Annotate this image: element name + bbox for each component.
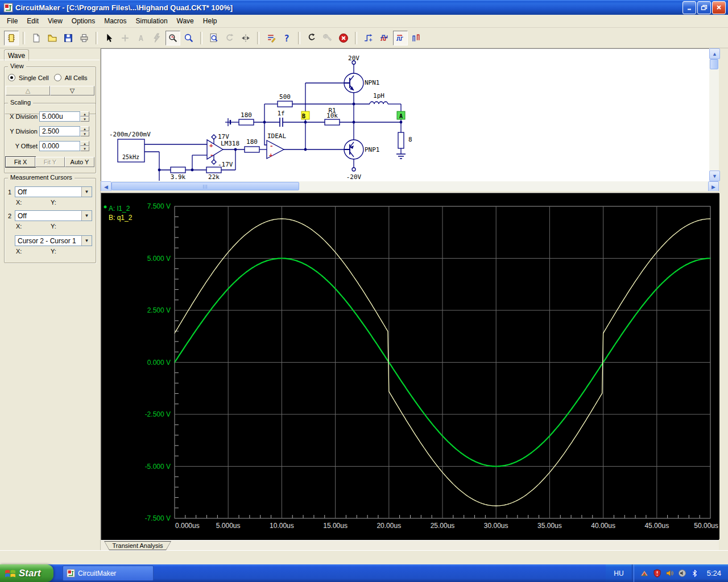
- cell-down-button[interactable]: ▽: [50, 86, 94, 95]
- graphics-utility-icon[interactable]: [640, 569, 650, 578]
- cursor-diff-y-label: Y:: [51, 248, 56, 255]
- resistor-180-mid[interactable]: [245, 147, 259, 152]
- reset-icon[interactable]: [304, 31, 319, 45]
- bluetooth-icon[interactable]: [690, 569, 700, 578]
- menu-item-options[interactable]: Options: [67, 16, 100, 26]
- terminal-neg20v[interactable]: [352, 168, 355, 171]
- security-shield-icon[interactable]: [653, 569, 662, 578]
- menu-item-wave[interactable]: Wave: [172, 16, 198, 26]
- start-label: Start: [19, 568, 41, 579]
- save-icon[interactable]: [61, 31, 76, 45]
- open-file-icon[interactable]: [45, 31, 60, 45]
- resistor-3.9k[interactable]: [171, 167, 185, 173]
- auto-y-button[interactable]: Auto Y: [65, 157, 94, 167]
- app-icon: [3, 3, 13, 13]
- scroll-down-icon[interactable]: ▼: [709, 171, 720, 181]
- y-offset-field[interactable]: 0.000: [39, 141, 80, 151]
- restore-button[interactable]: [697, 1, 711, 14]
- menu-item-view[interactable]: View: [43, 16, 67, 26]
- volume-icon[interactable]: [665, 569, 675, 578]
- y-division-field[interactable]: 2.500: [39, 126, 80, 136]
- cell-up-button[interactable]: △: [6, 86, 50, 95]
- new-file-icon[interactable]: [29, 31, 44, 45]
- menu-item-help[interactable]: Help: [198, 16, 222, 26]
- rotate-icon[interactable]: [222, 31, 237, 45]
- start-button[interactable]: Start: [0, 564, 53, 582]
- arrow-tool-icon[interactable]: [102, 31, 117, 45]
- cursor2-select[interactable]: Off ▼: [15, 210, 92, 221]
- fit-x-button[interactable]: Fit X: [6, 157, 35, 167]
- waveform-plot[interactable]: 7.500 V5.000 V2.500 V0.000 V-2.500 V-5.0…: [101, 193, 719, 539]
- digital-analysis-icon[interactable]: [377, 31, 392, 45]
- schematic-canvas[interactable]: 20V NPN1 500 1pH 180 1f R1 10k 8 PNP1 -2…: [101, 49, 709, 181]
- tab-transient-analysis[interactable]: Transient Analysis: [104, 541, 171, 550]
- terminal-17v[interactable]: [212, 135, 216, 139]
- resistor-500[interactable]: [278, 101, 292, 107]
- y-tick-label: 5.000 V: [147, 254, 171, 262]
- cursor1-y-label: Y:: [51, 199, 56, 206]
- horizontal-scroll-thumb[interactable]: [111, 182, 299, 190]
- menu-item-edit[interactable]: Edit: [22, 16, 43, 26]
- chevron-down-icon[interactable]: ▼: [81, 211, 92, 221]
- wrench-icon[interactable]: [320, 31, 335, 45]
- vertical-scroll-thumb[interactable]: [710, 59, 718, 69]
- transient-analysis-icon[interactable]: [393, 31, 408, 45]
- schematic-vertical-scrollbar[interactable]: ▲ ▼: [709, 48, 719, 181]
- schematic-horizontal-scrollbar[interactable]: ◀ ▶: [101, 181, 719, 191]
- terminal-neg17v[interactable]: [212, 160, 216, 164]
- mixed-signal-icon[interactable]: [409, 31, 424, 45]
- delete-tool-icon[interactable]: [150, 31, 164, 45]
- minimize-button[interactable]: [682, 1, 696, 14]
- chevron-down-icon[interactable]: ▼: [81, 236, 92, 246]
- zoom-area-icon[interactable]: [206, 31, 221, 45]
- schematic-viewport[interactable]: 20V NPN1 500 1pH 180 1f R1 10k 8 PNP1 -2…: [101, 48, 709, 181]
- resistor-180-top[interactable]: [239, 119, 254, 125]
- all-cells-radio[interactable]: [54, 74, 61, 81]
- wire-tool-icon[interactable]: [118, 31, 133, 45]
- fit-y-button[interactable]: Fit Y: [35, 157, 65, 167]
- svg-text:+: +: [209, 142, 213, 149]
- x-division-field[interactable]: 5.000u: [39, 111, 80, 122]
- svg-text:LM318: LM318: [221, 140, 239, 147]
- cursor-diff-select[interactable]: Cursor 2 - Cursor 1 ▼: [15, 235, 92, 246]
- main-body: Wave View Single Cell All Cells △ ▽ Scal…: [0, 48, 728, 550]
- stop-icon[interactable]: [336, 31, 351, 45]
- menu-item-simulation[interactable]: Simulation: [131, 16, 172, 26]
- chevron-down-icon[interactable]: ▼: [81, 187, 92, 197]
- y-offset-spinner[interactable]: ▲▼: [80, 141, 89, 151]
- legend-bullet: [104, 205, 107, 208]
- zoom-tool-icon[interactable]: [181, 31, 196, 45]
- y-tick-label: 0.000 V: [147, 358, 171, 366]
- x-division-spinner[interactable]: ▲▼: [80, 111, 89, 122]
- menu-item-file[interactable]: File: [2, 16, 22, 26]
- y-tick-label: 7.500 V: [147, 202, 171, 210]
- parts-bin-icon[interactable]: [4, 31, 19, 45]
- text-tool-icon[interactable]: A: [134, 31, 148, 45]
- svg-text:NPN1: NPN1: [365, 79, 380, 86]
- cursor-diff-x-label: X:: [16, 248, 51, 255]
- simulation-setup-icon[interactable]: [263, 31, 278, 45]
- probe-tool-icon[interactable]: [166, 31, 180, 45]
- tab-wave[interactable]: Wave: [4, 49, 29, 61]
- help-icon[interactable]: ?: [279, 31, 294, 45]
- print-icon[interactable]: [77, 31, 92, 45]
- scaling-group: Scaling X Division 5.000u ▲▼ Y Division …: [4, 103, 96, 173]
- close-button[interactable]: [712, 1, 726, 14]
- operating-point-icon[interactable]: [361, 31, 376, 45]
- language-indicator[interactable]: HU: [606, 569, 631, 577]
- y-division-spinner[interactable]: ▲▼: [80, 126, 89, 136]
- toolbar-separator: [298, 32, 300, 44]
- cursor1-select[interactable]: Off ▼: [15, 186, 92, 197]
- single-cell-radio[interactable]: [8, 74, 15, 81]
- resistor-r1[interactable]: [325, 119, 340, 125]
- cursors-group: Measurement Cursors 1 Off ▼ X: Y: 2 Off: [4, 178, 96, 263]
- taskbar: Start CircuitMaker HU 5:24: [0, 564, 728, 582]
- waveform-pane: 7.500 V5.000 V2.500 V0.000 V-2.500 V-5.0…: [101, 193, 719, 540]
- mirror-icon[interactable]: [238, 31, 253, 45]
- scroll-up-icon[interactable]: ▲: [709, 48, 720, 59]
- menu-item-macros[interactable]: Macros: [100, 16, 131, 26]
- sound-device-icon[interactable]: [678, 569, 687, 578]
- toolbar-separator: [23, 32, 25, 44]
- taskbar-item-circuitmaker[interactable]: CircuitMaker: [63, 566, 154, 581]
- resistor-8[interactable]: [398, 132, 404, 148]
